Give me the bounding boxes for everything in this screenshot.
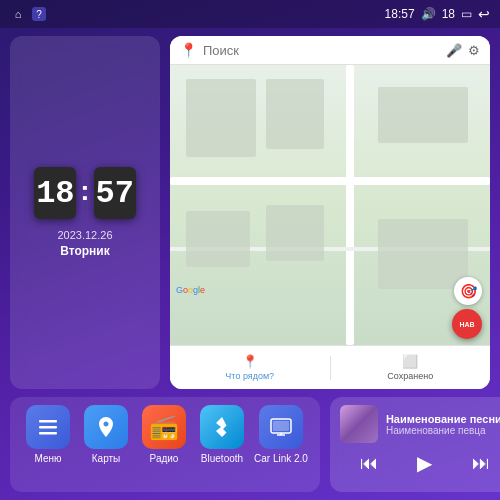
map-block xyxy=(378,87,468,143)
saved-label: Сохранено xyxy=(387,371,433,381)
map-block xyxy=(266,79,324,149)
nearby-icon: 📍 xyxy=(242,354,258,369)
carlink-icon xyxy=(259,405,303,449)
prev-button[interactable]: ⏮ xyxy=(352,451,386,476)
radio-icon: 📻 xyxy=(142,405,186,449)
music-controls: ⏮ ▶ ⏭ xyxy=(340,449,500,477)
status-left: ⌂ ? xyxy=(10,6,46,22)
map-search-input[interactable] xyxy=(203,43,440,58)
map-body: Google 🎯 НАВ xyxy=(170,65,490,345)
svg-rect-1 xyxy=(39,426,57,429)
clock-hour: 18 xyxy=(34,167,76,219)
next-button[interactable]: ⏭ xyxy=(464,451,498,476)
app-item-maps[interactable]: Карты xyxy=(80,405,132,464)
map-widget: 📍 🎤 ⚙ xyxy=(170,36,490,389)
menu-icon xyxy=(26,405,70,449)
svg-rect-2 xyxy=(39,432,57,435)
location-button[interactable]: 🎯 xyxy=(454,277,482,305)
map-search-bar: 📍 🎤 ⚙ xyxy=(170,36,490,65)
nearby-button[interactable]: 📍 Что рядом? xyxy=(170,350,330,385)
mic-icon[interactable]: 🎤 xyxy=(446,43,462,58)
map-road-vertical xyxy=(346,65,354,345)
radio-label: Радио xyxy=(150,453,179,464)
top-row: 18 : 57 2023.12.26 Вторник 📍 🎤 ⚙ xyxy=(10,36,490,389)
app-grid: Меню Карты 📻 Радио xyxy=(10,397,320,492)
svg-rect-0 xyxy=(39,420,57,423)
bottom-row: Меню Карты 📻 Радио xyxy=(10,397,490,492)
maps-icon xyxy=(84,405,128,449)
clock-day: Вторник xyxy=(60,244,110,258)
status-right: 18:57 🔊 18 ▭ ↩ xyxy=(385,6,490,22)
navigate-fab[interactable]: НАВ xyxy=(452,309,482,339)
music-info: Наименование песни Наименование певца xyxy=(386,413,500,436)
map-block xyxy=(186,211,250,267)
settings-icon[interactable]: ⚙ xyxy=(468,43,480,58)
map-pin-icon: 📍 xyxy=(180,42,197,58)
question-icon[interactable]: ? xyxy=(32,7,46,21)
back-icon[interactable]: ↩ xyxy=(478,6,490,22)
play-button[interactable]: ▶ xyxy=(409,449,440,477)
svg-rect-4 xyxy=(273,421,289,431)
music-thumbnail xyxy=(340,405,378,443)
volume-icon: 🔊 xyxy=(421,7,436,21)
map-road-horizontal xyxy=(170,177,490,185)
app-item-carlink[interactable]: Car Link 2.0 xyxy=(254,405,308,464)
maps-label: Карты xyxy=(92,453,121,464)
map-block xyxy=(378,219,468,289)
bluetooth-label: Bluetooth xyxy=(201,453,243,464)
saved-icon: ⬜ xyxy=(402,354,418,369)
screen: ⌂ ? 18:57 🔊 18 ▭ ↩ 18 : 57 2023.12.26 Вт… xyxy=(0,0,500,500)
home-icon[interactable]: ⌂ xyxy=(10,6,26,22)
nearby-label: Что рядом? xyxy=(225,371,274,381)
map-bottom-bar: 📍 Что рядом? ⬜ Сохранено xyxy=(170,345,490,389)
saved-button[interactable]: ⬜ Сохранено xyxy=(331,350,491,385)
music-artist: Наименование певца xyxy=(386,425,500,436)
music-title: Наименование песни xyxy=(386,413,500,425)
map-block xyxy=(266,205,324,261)
nav-label: НАВ xyxy=(459,321,474,328)
clock-colon: : xyxy=(80,175,89,207)
clock-date: 2023.12.26 xyxy=(57,227,112,244)
status-bar: ⌂ ? 18:57 🔊 18 ▭ ↩ xyxy=(0,0,500,28)
clock-minute: 57 xyxy=(94,167,136,219)
map-search-actions: 🎤 ⚙ xyxy=(446,43,480,58)
app-item-radio[interactable]: 📻 Радио xyxy=(138,405,190,464)
bluetooth-icon xyxy=(200,405,244,449)
carlink-label: Car Link 2.0 xyxy=(254,453,308,464)
google-logo: Google xyxy=(176,285,205,295)
main-content: 18 : 57 2023.12.26 Вторник 📍 🎤 ⚙ xyxy=(0,28,500,500)
battery-icon: ▭ xyxy=(461,7,472,21)
music-thumb-art xyxy=(340,405,378,443)
flip-clock: 18 : 57 xyxy=(34,167,135,219)
battery-level: 18 xyxy=(442,7,455,21)
time-display: 18:57 xyxy=(385,7,415,21)
clock-widget: 18 : 57 2023.12.26 Вторник xyxy=(10,36,160,389)
music-top: Наименование песни Наименование певца xyxy=(340,405,500,443)
music-player: Наименование песни Наименование певца ⏮ … xyxy=(330,397,500,492)
map-block xyxy=(186,79,256,157)
app-item-bluetooth[interactable]: Bluetooth xyxy=(196,405,248,464)
app-item-menu[interactable]: Меню xyxy=(22,405,74,464)
menu-label: Меню xyxy=(34,453,61,464)
